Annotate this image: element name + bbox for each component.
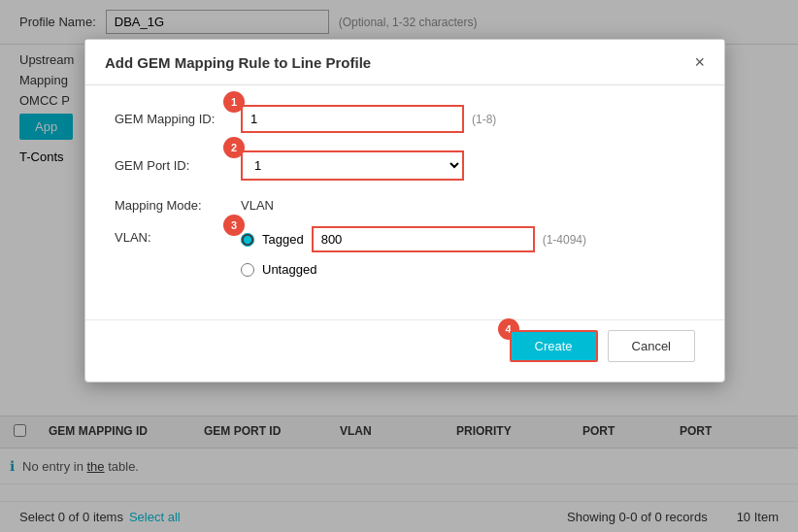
vlan-tagged-radio[interactable] <box>241 233 254 247</box>
gem-port-id-row: GEM Port ID: 2 1 2 3 <box>115 150 695 181</box>
mapping-mode-label: Mapping Mode: <box>115 198 241 213</box>
cancel-button[interactable]: Cancel <box>608 330 695 362</box>
vlan-options: 3 Tagged (1-4094) Untagged <box>241 226 586 277</box>
vlan-tagged-label: Tagged <box>262 232 304 247</box>
create-button[interactable]: Create <box>510 330 598 362</box>
create-wrapper: 4 Create <box>510 330 598 362</box>
close-button[interactable]: × <box>694 53 705 71</box>
gem-port-id-label: GEM Port ID: <box>115 158 241 173</box>
modal-body: GEM Mapping ID: 1 (1-8) GEM Port ID: 2 1… <box>85 85 724 310</box>
vlan-untagged-label: Untagged <box>262 262 316 277</box>
vlan-row: VLAN: 3 Tagged (1-4094) Untagged <box>115 226 695 277</box>
gem-mapping-id-input[interactable] <box>241 105 464 133</box>
gem-port-id-wrapper: 2 1 2 3 <box>241 150 695 181</box>
step-2-badge: 2 <box>223 137 245 158</box>
mapping-mode-row: Mapping Mode: VLAN <box>115 198 695 213</box>
gem-mapping-id-hint: (1-8) <box>472 113 496 126</box>
modal-dialog: Add GEM Mapping Rule to Line Profile × G… <box>84 39 725 382</box>
gem-mapping-id-wrapper: 1 (1-8) <box>241 105 695 133</box>
mapping-mode-value: VLAN <box>241 198 274 213</box>
gem-port-id-select[interactable]: 1 2 3 <box>241 150 464 181</box>
vlan-tagged-hint: (1-4094) <box>543 233 586 247</box>
vlan-label: VLAN: <box>115 226 241 245</box>
gem-mapping-id-label: GEM Mapping ID: <box>115 112 241 126</box>
vlan-tagged-input[interactable] <box>312 226 535 252</box>
modal-title: Add GEM Mapping Rule to Line Profile <box>105 54 371 71</box>
vlan-untagged-radio[interactable] <box>241 263 254 277</box>
step-3-badge: 3 <box>223 215 245 236</box>
step-1-badge: 1 <box>223 91 245 113</box>
modal-footer: 4 Create Cancel <box>85 319 724 382</box>
vlan-tagged-option: Tagged (1-4094) <box>241 226 586 252</box>
vlan-untagged-option: Untagged <box>241 262 586 277</box>
modal-header: Add GEM Mapping Rule to Line Profile × <box>85 40 724 85</box>
gem-mapping-id-row: GEM Mapping ID: 1 (1-8) <box>115 105 695 133</box>
